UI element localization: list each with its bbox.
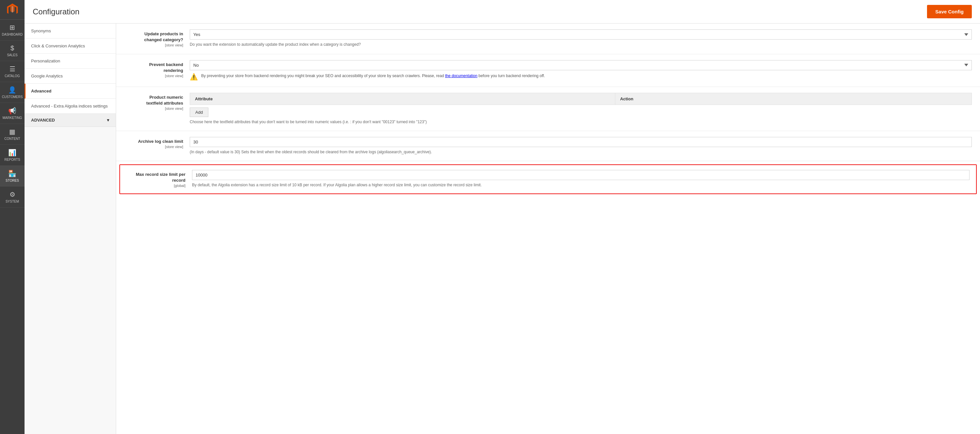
- top-header: Configuration Save Config: [24, 0, 980, 24]
- system-icon: ⚙: [10, 190, 15, 198]
- form-row-max-record-size: Max record size limit perrecord [global]…: [119, 165, 977, 194]
- sidebar-item-sales[interactable]: $ SALES: [0, 41, 24, 61]
- scope-product-numeric: [store view]: [124, 106, 183, 111]
- sidebar-item-label: CONTENT: [4, 137, 20, 141]
- input-archive-log[interactable]: [190, 137, 972, 147]
- field-update-products: Yes No Do you want the extension to auto…: [190, 29, 972, 48]
- left-nav-section-advanced[interactable]: ADVANCED ▾: [24, 114, 116, 127]
- add-attr-button[interactable]: Add: [190, 108, 208, 117]
- select-prevent-backend[interactable]: No Yes: [190, 60, 972, 70]
- col-action: Action: [615, 93, 972, 105]
- main-panel: Update products inchanged category? [sto…: [116, 24, 980, 434]
- label-max-record-size: Max record size limit perrecord [global]: [127, 170, 192, 188]
- scope-max-record-size: [global]: [127, 183, 186, 188]
- reports-icon: 📊: [8, 149, 16, 157]
- warning-box-prevent-backend: ⚠️ By preventing your store from backend…: [190, 73, 972, 81]
- stores-icon: 🏪: [8, 169, 16, 177]
- label-product-numeric: Product numerictextfield attributes [sto…: [124, 93, 190, 111]
- desc-product-numeric: Choose here the textfield attributes tha…: [190, 119, 972, 125]
- sidebar-item-stores[interactable]: 🏪 STORES: [0, 166, 24, 187]
- sidebar-item-label: CATALOG: [5, 74, 20, 78]
- field-archive-log: (In days - default value is 30) Sets the…: [190, 137, 972, 155]
- desc-max-record-size: By default, the Algolia extension has a …: [192, 182, 969, 188]
- form-section: Update products inchanged category? [sto…: [116, 24, 980, 194]
- left-nav-advanced-extra[interactable]: Advanced - Extra Algolia indices setting…: [24, 99, 116, 114]
- sidebar-item-label: STORES: [6, 179, 19, 182]
- label-prevent-backend: Prevent backendrendering [store view]: [124, 60, 190, 79]
- scope-update-products: [store view]: [124, 43, 183, 48]
- marketing-icon: 📢: [8, 107, 16, 115]
- dashboard-icon: ⊞: [10, 24, 15, 32]
- page-title: Configuration: [33, 7, 80, 16]
- magento-logo-icon: [6, 3, 19, 16]
- sidebar-logo: [0, 0, 24, 20]
- sidebar-item-system[interactable]: ⚙ SYSTEM: [0, 187, 24, 207]
- attr-table: Attribute Action: [190, 93, 972, 105]
- left-nav-synonyms[interactable]: Synonyms: [24, 24, 116, 38]
- left-nav-click-conversion[interactable]: Click & Conversion Analytics: [24, 38, 116, 54]
- scope-prevent-backend: [store view]: [124, 73, 183, 78]
- customers-icon: 👤: [8, 86, 16, 94]
- sidebar-item-dashboard[interactable]: ⊞ DASHBOARD: [0, 20, 24, 41]
- left-nav-personalization[interactable]: Personalization: [24, 54, 116, 69]
- sidebar-item-reports[interactable]: 📊 REPORTS: [0, 145, 24, 166]
- sidebar-item-catalog[interactable]: ☰ CATALOG: [0, 61, 24, 82]
- left-nav-advanced[interactable]: Advanced: [24, 84, 116, 99]
- sidebar: ⊞ DASHBOARD $ SALES ☰ CATALOG 👤 CUSTOMER…: [0, 0, 24, 434]
- input-max-record-size[interactable]: [192, 170, 969, 180]
- content-wrapper: Synonyms Click & Conversion Analytics Pe…: [24, 24, 980, 434]
- sidebar-item-label: SALES: [7, 53, 18, 57]
- field-max-record-size: By default, the Algolia extension has a …: [192, 170, 969, 188]
- form-row-archive-log: Archive log clean limit [store view] (In…: [116, 131, 980, 161]
- scope-archive-log: [store view]: [124, 144, 183, 149]
- section-label: ADVANCED: [31, 118, 55, 122]
- form-row-prevent-backend: Prevent backendrendering [store view] No…: [116, 54, 980, 87]
- sidebar-item-label: CUSTOMERS: [2, 95, 23, 99]
- form-row-product-numeric: Product numerictextfield attributes [sto…: [116, 87, 980, 131]
- field-product-numeric: Attribute Action Add Choose here the tex…: [190, 93, 972, 125]
- sidebar-item-label: MARKETING: [3, 116, 22, 120]
- field-prevent-backend: No Yes ⚠️ By preventing your store from …: [190, 60, 972, 81]
- main-wrapper: Configuration Save Config Synonyms Click…: [24, 0, 980, 434]
- left-nav: Synonyms Click & Conversion Analytics Pe…: [24, 24, 116, 434]
- left-nav-google-analytics[interactable]: Google Analytics: [24, 69, 116, 84]
- documentation-link[interactable]: the documentation: [445, 73, 477, 78]
- col-attribute: Attribute: [190, 93, 615, 105]
- warning-text: By preventing your store from backend re…: [201, 73, 545, 79]
- save-config-button[interactable]: Save Config: [927, 5, 972, 18]
- label-update-products: Update products inchanged category? [sto…: [124, 29, 190, 48]
- sidebar-item-label: DASHBOARD: [2, 33, 22, 36]
- sales-icon: $: [11, 44, 14, 52]
- catalog-icon: ☰: [10, 65, 15, 73]
- sidebar-item-customers[interactable]: 👤 CUSTOMERS: [0, 82, 24, 103]
- sidebar-item-content[interactable]: ▦ CONTENT: [0, 124, 24, 145]
- sidebar-item-marketing[interactable]: 📢 MARKETING: [0, 103, 24, 124]
- sidebar-item-label: REPORTS: [4, 158, 20, 162]
- warning-triangle-icon: ⚠️: [190, 73, 198, 81]
- desc-update-products: Do you want the extension to automatical…: [190, 41, 972, 48]
- form-row-update-products: Update products inchanged category? [sto…: [116, 24, 980, 54]
- sidebar-item-label: SYSTEM: [6, 200, 19, 203]
- label-archive-log: Archive log clean limit [store view]: [124, 137, 190, 150]
- content-icon: ▦: [9, 128, 15, 136]
- select-update-products[interactable]: Yes No: [190, 29, 972, 40]
- chevron-down-icon: ▾: [107, 118, 109, 122]
- desc-archive-log: (In days - default value is 30) Sets the…: [190, 149, 972, 155]
